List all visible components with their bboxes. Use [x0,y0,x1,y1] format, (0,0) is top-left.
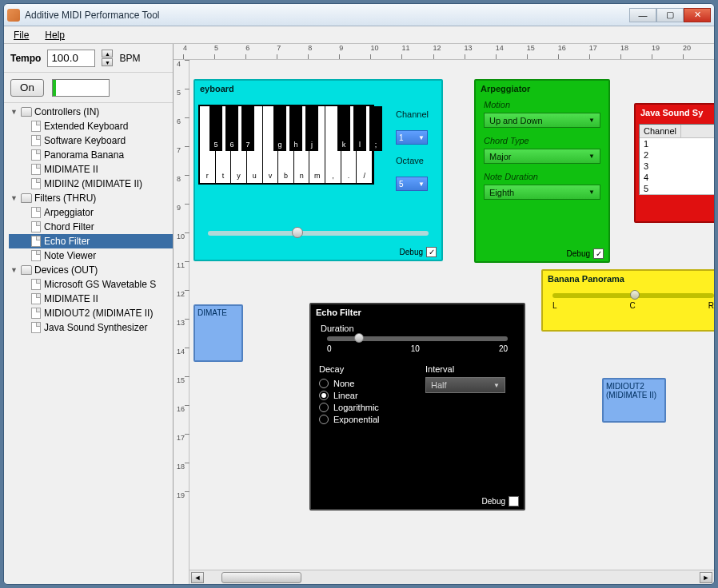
tree-folder-filters[interactable]: ▼ Filters (THRU) [9,191,173,205]
scroll-right-icon[interactable]: ► [700,572,712,583]
file-icon [31,121,41,132]
canvas-scrollbar[interactable]: ◄ ► [189,570,714,584]
table-row[interactable]: 5 [640,183,714,194]
file-icon [31,178,41,189]
radio-label: Exponential [333,415,380,424]
tempo-input[interactable] [47,50,95,67]
col-channel: Channel [640,125,681,137]
decay-radio[interactable]: None [319,379,409,388]
on-button[interactable]: On [10,79,44,97]
black-key[interactable]: j [305,106,318,151]
radio-icon [319,391,329,400]
file-icon [31,293,41,304]
black-key[interactable]: k [337,106,350,151]
node-echo-filter[interactable]: Echo Filter Duration 01020 Decay NoneLin… [309,303,525,511]
keyboard-slider[interactable] [208,231,429,236]
tree-item[interactable]: Extended Keyboard [9,119,173,133]
tree-item-label: Microsoft GS Wavetable S [44,279,156,290]
tree-item[interactable]: Note Viewer [9,248,173,263]
black-key[interactable]: h [289,106,302,151]
file-icon [31,322,41,333]
maximize-button[interactable]: ▢ [656,8,684,22]
node-arpeggiator[interactable]: Arpeggiator Motion Up and Down▼ Chord Ty… [474,79,610,263]
tree-item[interactable]: MIDIMATE II [9,162,173,177]
duration-select[interactable]: Eighth▼ [484,185,600,200]
tree-item[interactable]: MIDIOUT2 (MIDIMATE II) [9,306,173,320]
node-keyboard[interactable]: eyboard rtyuvbnm,./ 567ghjkl; Channel 1▼… [193,79,443,261]
file-icon [31,221,41,232]
duration-label: Note Duration [484,172,600,181]
tree-item-label: Echo Filter [44,236,90,247]
tree-item[interactable]: Java Sound Synthesizer [9,320,173,335]
sidebar: Tempo ▲▼ BPM On ▼ Controllers (IN) Exten… [4,44,174,584]
titlebar[interactable]: Additive MIDI Performance Tool — ▢ ✕ [4,4,714,26]
black-key[interactable]: 7 [241,106,254,151]
menu-help[interactable]: Help [38,28,71,42]
tree-item[interactable]: Arpeggiator [9,205,173,220]
minimize-button[interactable]: — [629,8,656,22]
tree[interactable]: ▼ Controllers (IN) Extended KeyboardSoft… [4,103,173,584]
slider-ticks: 01020 [327,344,508,353]
file-icon [31,236,41,247]
tree-item-label: Java Sound Synthesizer [44,322,147,333]
table-row[interactable]: 2 [640,149,714,161]
debug-checkbox[interactable]: ✓ [509,496,519,507]
black-key[interactable]: g [273,106,286,151]
tree-group-devices: ▼ Devices (OUT) Microsoft GS Wavetable S… [4,263,173,335]
pan-slider[interactable] [552,293,714,298]
tree-item[interactable]: Microsoft GS Wavetable S [9,277,173,292]
channel-table[interactable]: Channel 12345 [639,124,714,195]
decay-radio[interactable]: Logarithmic [319,403,409,412]
node-title: Arpeggiator [476,81,608,97]
tree-item-label: Software Keyboard [44,135,126,146]
ruler-vertical: 45678910111213141516171819 [174,60,189,584]
black-key[interactable]: 5 [209,106,222,151]
tree-item[interactable]: MIDIMATE II [9,292,173,306]
black-key[interactable]: ; [369,106,382,151]
motion-select[interactable]: Up and Down▼ [484,113,600,128]
node-java-sound[interactable]: Java Sound Sy Channel 12345 [634,103,714,223]
tree-item[interactable]: MIDIIN2 (MIDIMATE II) [9,177,173,191]
tree-folder-devices[interactable]: ▼ Devices (OUT) [9,263,173,277]
table-row[interactable]: 4 [640,172,714,183]
table-row[interactable]: 3 [640,161,714,172]
tree-item[interactable]: Software Keyboard [9,133,173,148]
interval-select[interactable]: Half▼ [425,377,505,393]
node-midiout2[interactable]: MIDIOUT2 (MIDIMATE II) [602,378,666,423]
interval-label: Interval [425,364,506,374]
node-title: Echo Filter [311,304,524,320]
folder-icon [21,265,32,275]
scroll-thumb[interactable] [221,572,301,583]
debug-checkbox[interactable]: ✓ [593,248,604,259]
black-key[interactable]: 6 [225,106,238,151]
debug-label: Debug [482,497,505,506]
radio-icon [319,403,329,412]
canvas[interactable]: eyboard rtyuvbnm,./ 567ghjkl; Channel 1▼… [189,60,714,568]
black-key[interactable]: l [353,106,366,151]
ruler-horizontal: 4567891011121314151617181920 [174,44,714,60]
file-icon [31,308,41,319]
close-button[interactable]: ✕ [684,8,711,22]
decay-radio[interactable]: Linear [319,391,409,400]
radio-icon [319,379,329,388]
debug-checkbox[interactable]: ✓ [426,247,437,257]
octave-select[interactable]: 5▼ [396,177,428,191]
tree-item[interactable]: Panorama Banana [9,148,173,162]
on-row: On [4,73,173,103]
table-row[interactable]: 1 [640,138,714,149]
tree-item[interactable]: Echo Filter [9,234,173,248]
channel-select[interactable]: 1▼ [396,130,428,145]
decay-radio[interactable]: Exponential [319,415,409,424]
tree-item[interactable]: Chord Filter [9,220,173,234]
level-meter [52,79,110,97]
node-title: MIDIOUT2 (MIDIMATE II) [606,382,656,399]
node-banana-panorama[interactable]: Banana Panorama LCR [541,269,714,332]
duration-slider[interactable] [327,336,508,341]
scroll-left-icon[interactable]: ◄ [191,572,204,583]
chord-select[interactable]: Major▼ [484,149,600,164]
tree-item-label: Arpeggiator [44,207,94,218]
tempo-spinner[interactable]: ▲▼ [102,50,113,66]
menu-file[interactable]: File [7,28,35,42]
tree-folder-controllers[interactable]: ▼ Controllers (IN) [9,105,173,119]
node-midimate[interactable]: DIMATE [193,304,243,362]
